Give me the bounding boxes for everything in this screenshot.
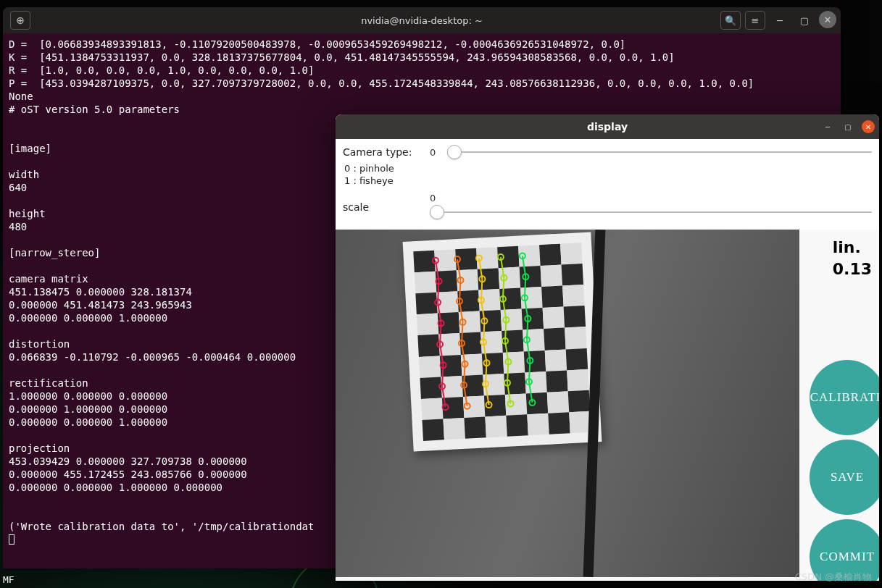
side-readout: lin. 0.13 xyxy=(833,237,872,280)
watermark: CSDN @桑榆肖物 xyxy=(795,571,872,584)
slider-thumb[interactable] xyxy=(447,145,462,159)
controls-panel: Camera type: 0 0 : pinhole 1 : fisheye s… xyxy=(336,139,879,230)
camera-type-legend-0: 0 : pinhole xyxy=(344,162,872,175)
save-label: SAVE xyxy=(831,470,864,484)
new-tab-button[interactable]: ⊕ xyxy=(10,11,30,30)
save-button[interactable]: SAVE xyxy=(810,440,879,515)
camera-type-label: Camera type: xyxy=(343,146,412,158)
scale-label: scale xyxy=(343,201,369,213)
search-button[interactable]: 🔍 xyxy=(720,11,741,30)
slider-track xyxy=(430,211,872,213)
camera-type-value: 0 xyxy=(430,147,447,158)
display-titlebar: display ─ ▢ ✕ xyxy=(336,114,879,139)
side-line2: 0.13 xyxy=(833,259,872,280)
camera-type-slider[interactable] xyxy=(447,143,872,161)
camera-view xyxy=(336,230,799,577)
scale-value: 0 xyxy=(430,193,447,203)
minimize-icon: ─ xyxy=(777,15,783,26)
scale-slider[interactable] xyxy=(430,203,872,221)
slider-thumb[interactable] xyxy=(430,205,444,219)
display-window: display ─ ▢ ✕ Camera type: 0 0 : pinhole… xyxy=(336,114,879,581)
new-tab-icon: ⊕ xyxy=(16,14,25,26)
close-icon: ✕ xyxy=(824,14,832,25)
terminal-title: nvidia@nvidia-desktop: ~ xyxy=(3,15,841,26)
hamburger-icon: ≡ xyxy=(752,15,760,26)
commit-label: COMMIT xyxy=(820,550,875,564)
calibrate-label: CALIBRATE xyxy=(810,390,879,405)
canvas-area: lin. 0.13 CALIBRATE SAVE COMMIT xyxy=(336,230,879,581)
close-button[interactable]: ✕ xyxy=(862,120,875,133)
chessboard xyxy=(403,232,602,451)
close-button[interactable]: ✕ xyxy=(819,11,836,28)
terminal-cursor xyxy=(9,534,14,545)
minimize-button[interactable]: ─ xyxy=(821,120,834,133)
terminal-titlebar: ⊕ nvidia@nvidia-desktop: ~ 🔍 ≡ ─ ▢ ✕ xyxy=(3,7,841,33)
minimize-button[interactable]: ─ xyxy=(770,11,790,30)
camera-type-legend-1: 1 : fisheye xyxy=(344,175,872,187)
maximize-icon: ▢ xyxy=(800,15,809,26)
calibrate-button[interactable]: CALIBRATE xyxy=(810,360,879,435)
maximize-button[interactable]: ▢ xyxy=(841,120,854,133)
menu-button[interactable]: ≡ xyxy=(745,11,765,30)
side-line1: lin. xyxy=(833,237,872,259)
bottom-label: MF xyxy=(3,574,14,585)
slider-track xyxy=(447,151,872,153)
search-icon: 🔍 xyxy=(725,15,736,26)
display-title: display xyxy=(336,121,879,133)
maximize-button[interactable]: ▢ xyxy=(794,11,815,30)
